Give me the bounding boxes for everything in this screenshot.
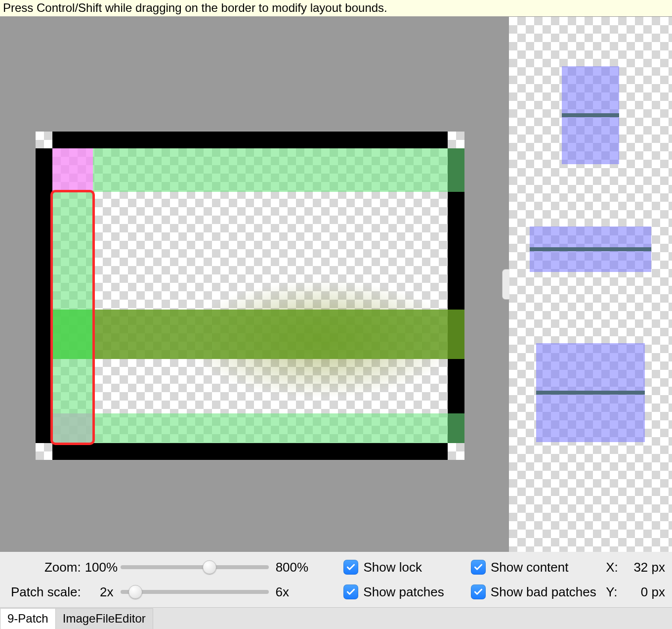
y-label: Y: <box>606 584 620 600</box>
ninepatch-image[interactable] <box>36 132 464 460</box>
editor-tabs: 9-Patch ImageFileEditor <box>0 607 672 629</box>
hint-text: Press Control/Shift while dragging on th… <box>3 1 387 14</box>
tab-label: ImageFileEditor <box>63 612 146 625</box>
cursor-y: Y: 0 px <box>606 584 665 600</box>
tab-imagefileeditor[interactable]: ImageFileEditor <box>55 608 153 629</box>
patchscale-slider[interactable] <box>121 590 269 594</box>
preview-divider <box>530 247 651 251</box>
patchscale-max: 6x <box>272 584 311 600</box>
y-value: 0 px <box>620 584 665 600</box>
ninepatch-border-right[interactable] <box>448 148 464 443</box>
main-area <box>0 17 672 552</box>
checker-corner <box>36 132 52 148</box>
zoom-label: Zoom: <box>1 560 85 575</box>
preview-sample <box>536 343 645 442</box>
slider-thumb[interactable] <box>128 585 142 599</box>
patch-overlay <box>93 148 464 192</box>
show-bad-patches-checkbox[interactable] <box>471 584 486 599</box>
patch-overlay <box>52 310 93 359</box>
cursor-x: X: 32 px <box>606 560 665 575</box>
zoom-max: 800% <box>272 560 311 575</box>
tab-9patch[interactable]: 9-Patch <box>0 608 56 629</box>
patchscale-min: 2x <box>85 584 118 600</box>
hint-bar: Press Control/Shift while dragging on th… <box>0 0 672 17</box>
checker-corner <box>448 443 464 460</box>
tab-label: 9-Patch <box>7 612 48 625</box>
lock-region <box>52 148 93 192</box>
show-patches-checkbox[interactable] <box>343 584 358 599</box>
ninepatch-border-left[interactable] <box>36 132 52 443</box>
preview-sample <box>562 66 619 164</box>
patch-overlay <box>93 413 464 443</box>
checker-corner <box>448 132 464 148</box>
show-content-label: Show content <box>491 560 569 575</box>
show-content-checkbox[interactable] <box>471 560 486 575</box>
preview-divider <box>562 113 619 117</box>
preview-column[interactable] <box>509 17 672 552</box>
show-lock-checkbox[interactable] <box>343 560 358 575</box>
x-value: 32 px <box>620 560 665 575</box>
preview-divider <box>536 391 645 395</box>
show-bad-patches-label: Show bad patches <box>491 584 596 600</box>
ninepatch-border-top[interactable] <box>36 132 448 148</box>
ninepatch-border-bottom[interactable] <box>36 443 448 460</box>
slider-thumb[interactable] <box>203 560 216 574</box>
preview-sample <box>530 226 651 272</box>
zoom-min: 100% <box>85 560 118 575</box>
show-patches-label: Show patches <box>363 584 444 600</box>
show-lock-label: Show lock <box>363 560 422 575</box>
ninepatch-canvas[interactable] <box>0 17 509 552</box>
check-icon <box>346 562 356 572</box>
content-band <box>93 310 464 359</box>
zoom-slider[interactable] <box>121 565 269 569</box>
check-icon <box>473 562 483 572</box>
controls-bar: Zoom: 100% 800% Show lock Show content X… <box>0 552 672 607</box>
checker-corner <box>36 443 52 460</box>
patchscale-label: Patch scale: <box>1 584 85 600</box>
check-icon <box>346 587 356 597</box>
x-label: X: <box>606 560 620 575</box>
check-icon <box>473 587 483 597</box>
